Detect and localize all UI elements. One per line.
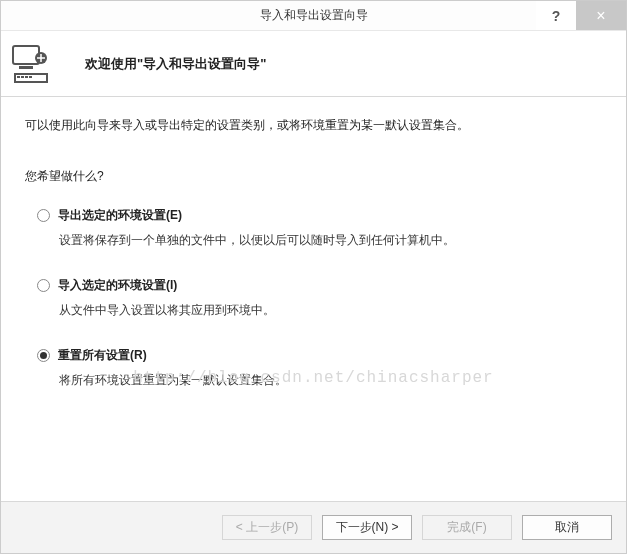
titlebar: 导入和导出设置向导 ? × [1,1,626,31]
radio-icon[interactable] [37,279,50,292]
option-label: 重置所有设置(R) [58,347,147,364]
finish-button: 完成(F) [422,515,512,540]
option-desc: 将所有环境设置重置为某一默认设置集合。 [59,372,602,389]
svg-rect-7 [29,76,32,78]
cancel-button[interactable]: 取消 [522,515,612,540]
wizard-header: 欢迎使用"导入和导出设置向导" [1,31,626,97]
intro-text: 可以使用此向导来导入或导出特定的设置类别，或将环境重置为某一默认设置集合。 [25,117,602,134]
svg-rect-5 [21,76,24,78]
option-label: 导入选定的环境设置(I) [58,277,177,294]
svg-rect-4 [17,76,20,78]
radio-group: 导出选定的环境设置(E) 设置将保存到一个单独的文件中，以便以后可以随时导入到任… [25,207,602,389]
next-button[interactable]: 下一步(N) > [322,515,412,540]
close-button[interactable]: × [576,1,626,30]
option-reset[interactable]: 重置所有设置(R) 将所有环境设置重置为某一默认设置集合。 [37,347,602,389]
wizard-dialog: 导入和导出设置向导 ? × 欢迎使用"导入和导出设置向导" http://blo… [0,0,627,554]
window-title: 导入和导出设置向导 [1,7,626,24]
option-desc: 从文件中导入设置以将其应用到环境中。 [59,302,602,319]
prev-button: < 上一步(P) [222,515,312,540]
option-label: 导出选定的环境设置(E) [58,207,182,224]
radio-icon[interactable] [37,349,50,362]
radio-icon[interactable] [37,209,50,222]
import-export-icon [11,44,55,84]
svg-rect-0 [13,46,39,64]
wizard-content: http://blog.csdn.net/chinacsharper 可以使用此… [1,97,626,501]
help-button[interactable]: ? [536,1,576,30]
wizard-footer: < 上一步(P) 下一步(N) > 完成(F) 取消 [1,501,626,553]
option-export[interactable]: 导出选定的环境设置(E) 设置将保存到一个单独的文件中，以便以后可以随时导入到任… [37,207,602,249]
svg-rect-6 [25,76,28,78]
titlebar-controls: ? × [536,1,626,30]
svg-rect-1 [19,66,33,69]
option-desc: 设置将保存到一个单独的文件中，以便以后可以随时导入到任何计算机中。 [59,232,602,249]
prompt-text: 您希望做什么? [25,168,602,185]
option-import[interactable]: 导入选定的环境设置(I) 从文件中导入设置以将其应用到环境中。 [37,277,602,319]
wizard-heading: 欢迎使用"导入和导出设置向导" [85,55,266,73]
